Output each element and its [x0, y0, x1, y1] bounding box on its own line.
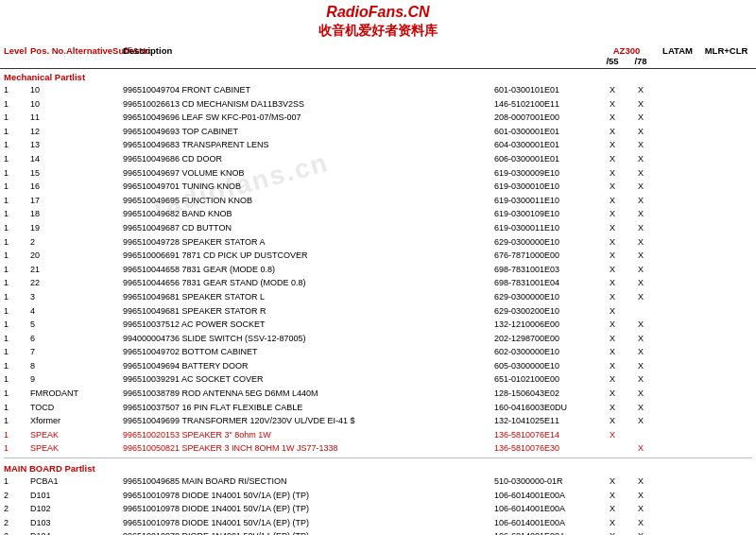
- section-label-mainboard: MAIN BOARD Partlist: [0, 460, 756, 475]
- cell-level: 1: [4, 415, 30, 427]
- site-title: RadioFans.CN: [0, 0, 756, 23]
- cell-az300-55: X: [598, 98, 627, 111]
- cell-az300-78: X: [627, 388, 655, 400]
- cell-level: 2: [4, 503, 30, 515]
- table-row: 1TOCD996510037507 16 PIN FLAT FLEXIBLE C…: [0, 401, 756, 415]
- cell-level: 1: [4, 475, 30, 488]
- table-row: 2D102996510010978 DIODE 1N4001 50V/1A (E…: [0, 502, 756, 516]
- cell-desc: 996510050821 SPEAKER 3 INCH 8OHM 1W JS77…: [123, 442, 494, 455]
- cell-ref: 106-6014001E00A: [494, 490, 598, 502]
- cell-pos: 13: [30, 139, 66, 151]
- cell-az300-55: X: [598, 388, 627, 400]
- cell-desc: 996510049683 TRANSPARENT LENS: [123, 139, 494, 151]
- cell-level: 1: [4, 305, 30, 318]
- cell-az300-78: X: [627, 333, 655, 345]
- table-row: 2D103996510010978 DIODE 1N4001 50V/1A (E…: [0, 516, 756, 530]
- cell-pos: 7: [30, 346, 66, 358]
- cell-level: 2: [4, 517, 30, 529]
- cell-level: 1: [4, 360, 30, 372]
- cell-ref: 601-0300001E01: [494, 126, 598, 138]
- cell-pos: 14: [30, 153, 66, 165]
- cell-az300-78: X: [627, 490, 655, 502]
- cell-az300-55: X: [598, 208, 627, 220]
- cell-desc: 996510006691 7871 CD PICK UP DUSTCOVER: [123, 250, 494, 262]
- cell-pos: 15: [30, 167, 66, 180]
- cell-az300-78: X: [627, 222, 655, 234]
- cell-az300-78: X: [627, 153, 655, 165]
- cell-az300-78: X: [627, 112, 655, 124]
- cell-level: 1: [4, 319, 30, 331]
- cell-az300-55: X: [598, 153, 627, 165]
- cell-level: 1: [4, 402, 30, 414]
- cell-level: 1: [4, 264, 30, 276]
- table-row: 122996510044656 7831 GEAR STAND (MODE 0.…: [0, 276, 756, 290]
- table-row: 115996510049697 VOLUME KNOB619-0300009E1…: [0, 166, 756, 181]
- cell-pos: SPEAK: [30, 429, 66, 441]
- cell-ref: 601-0300101E01: [494, 84, 598, 96]
- table-row: 1SPEAK996510050821 SPEAKER 3 INCH 8OHM 1…: [0, 441, 756, 456]
- cell-az300-55: X: [598, 139, 627, 151]
- cell-desc: 996510049702 BOTTOM CABINET: [123, 346, 494, 358]
- table-row: 19996510039291 AC SOCKET COVER651-010210…: [0, 372, 756, 387]
- cell-level: 1: [4, 126, 30, 138]
- az300-78-header: /78: [627, 56, 655, 66]
- cell-level: 1: [4, 153, 30, 165]
- cell-pos: 3: [30, 291, 66, 303]
- cell-desc: 996510010978 DIODE 1N4001 50V/1A (EP) (T…: [123, 503, 494, 515]
- cell-pos: D102: [30, 503, 66, 515]
- table-row: 1SPEAK996510020153 SPEAKER 3" 8ohm 1W136…: [0, 428, 756, 442]
- cell-ref: 106-6014001E00A: [494, 517, 598, 529]
- cell-az300-55: X: [598, 112, 627, 124]
- section-divider: [4, 457, 752, 458]
- table-row: 117996510049695 FUNCTION KNOB619-0300011…: [0, 194, 756, 208]
- cell-desc: 996510039291 AC SOCKET COVER: [123, 373, 494, 386]
- cell-ref: 698-7831001E03: [494, 264, 598, 276]
- col-latam-header: LATAM: [655, 45, 700, 66]
- cell-desc: 996510049686 CD DOOR: [123, 153, 494, 165]
- cell-desc: 996510037512 AC POWER SOCKET: [123, 319, 494, 331]
- cell-level: 1: [4, 84, 30, 96]
- table-row: 2D101996510010978 DIODE 1N4001 50V/1A (E…: [0, 489, 756, 503]
- table-row: 121996510044658 7831 GEAR (MODE 0.8)698-…: [0, 263, 756, 277]
- cell-ref: 106-6014001E00A: [494, 530, 598, 535]
- table-row: 1FMRODANT996510038789 ROD ANTENNA 5EG D6…: [0, 387, 756, 401]
- cell-az300-78: X: [627, 360, 655, 372]
- table-row: 110996510049704 FRONT CABINET601-0300101…: [0, 83, 756, 97]
- cell-az300-78: X: [627, 402, 655, 414]
- table-row: 118996510049682 BAND KNOB619-0300109E10X…: [0, 207, 756, 221]
- cell-ref: 651-0102100E00: [494, 373, 598, 386]
- cell-desc: 996510049694 BATTERY DOOR: [123, 360, 494, 372]
- cell-pos: PCBA1: [30, 475, 66, 488]
- cell-level: 1: [4, 333, 30, 345]
- cell-level: 1: [4, 373, 30, 386]
- table-row: 113996510049683 TRANSPARENT LENS604-0300…: [0, 138, 756, 152]
- cell-level: 1: [4, 208, 30, 220]
- cell-az300-55: X: [598, 530, 627, 535]
- cell-az300-78: X: [627, 126, 655, 138]
- cell-ref: 619-0300109E10: [494, 208, 598, 220]
- cell-az300-55: X: [598, 167, 627, 180]
- col-mlr-header: MLR+CLR: [700, 45, 752, 66]
- cell-level: 1: [4, 388, 30, 400]
- table-row: 112996510049693 TOP CABINET601-0300001E0…: [0, 125, 756, 139]
- cell-ref: 202-1298700E00: [494, 333, 598, 345]
- cell-az300-55: X: [598, 250, 627, 262]
- cell-level: 1: [4, 98, 30, 111]
- cell-pos: 21: [30, 264, 66, 276]
- cell-ref: 606-0300001E01: [494, 153, 598, 165]
- cell-az300-55: X: [598, 517, 627, 529]
- cell-pos: 11: [30, 112, 66, 124]
- cell-az300-78: X: [627, 84, 655, 96]
- cell-desc: 996510010978 DIODE 1N4001 50V/1A (EP) (T…: [123, 490, 494, 502]
- cell-desc: 996510049696 LEAF SW KFC-P01-07/MS-007: [123, 112, 494, 124]
- page-container: radiofans.cn RadioFans.CN 收音机爱好者资料库 Leve…: [0, 0, 756, 535]
- cell-desc: 996510049681 SPEAKER STATOR R: [123, 305, 494, 318]
- cell-az300-78: X: [627, 98, 655, 111]
- cell-az300-55: X: [598, 490, 627, 502]
- cell-az300-55: X: [598, 84, 627, 96]
- cell-ref: 136-5810076E30: [494, 442, 598, 455]
- cell-pos: FMRODANT: [30, 388, 66, 400]
- cell-pos: 10: [30, 84, 66, 96]
- cell-level: 1: [4, 195, 30, 207]
- cell-az300-55: X: [598, 415, 627, 427]
